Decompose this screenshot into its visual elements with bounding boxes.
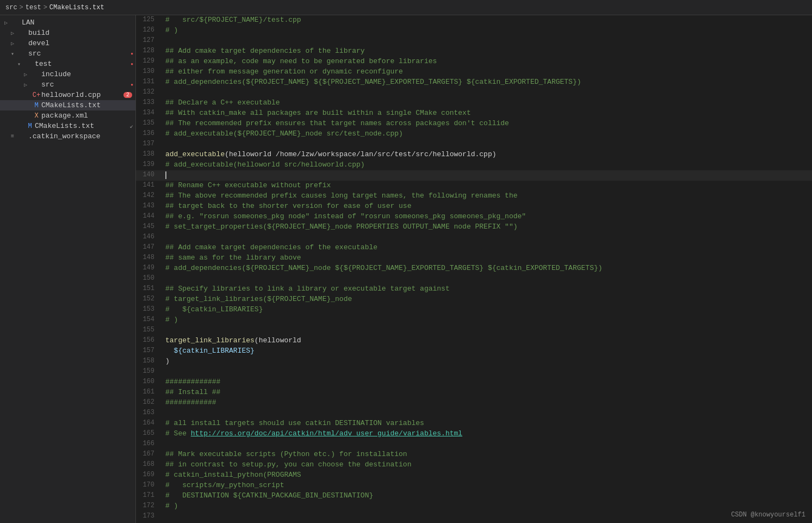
line-content[interactable]: # add_dependencies(${PROJECT_NAME} ${${P…: [163, 77, 812, 88]
sidebar-item-package[interactable]: X package.xml: [0, 110, 135, 121]
line-number: 150: [136, 274, 163, 284]
line-content[interactable]: ## in contrast to setup.py, you can choo…: [163, 460, 812, 470]
breadcrumb-test[interactable]: test: [26, 4, 41, 11]
sidebar-label: .catkin_workspace: [28, 132, 135, 140]
sidebar-label: CMakeLists.txt: [35, 122, 129, 130]
table-row: 156target_link_libraries(helloworld: [136, 336, 812, 346]
code-token: target_link_libraries: [165, 336, 255, 344]
sidebar-label: package.xml: [41, 112, 135, 120]
line-number: 139: [136, 160, 163, 170]
sidebar-item-devel[interactable]: ▷ devel: [0, 38, 135, 48]
line-content[interactable]: [163, 274, 812, 284]
table-row: 126# ): [136, 26, 812, 36]
line-content[interactable]: [163, 325, 812, 336]
line-number: 132: [136, 88, 163, 98]
cmake-icon: M: [32, 102, 41, 109]
line-content[interactable]: # ): [163, 26, 812, 36]
line-content[interactable]: ## Add cmake target dependencies of the …: [163, 243, 812, 253]
line-number: 145: [136, 222, 163, 232]
code-token: ## With catkin_make all packages are bui…: [165, 109, 471, 117]
line-content[interactable]: # add_executable(${PROJECT_NAME}_node sr…: [163, 129, 812, 139]
table-row: 151## Specify libraries to link a librar…: [136, 284, 812, 294]
line-number: 149: [136, 263, 163, 274]
line-number: 171: [136, 491, 163, 501]
line-content[interactable]: ## With catkin_make all packages are bui…: [163, 108, 812, 119]
table-row: 133## Declare a C++ executable: [136, 98, 812, 108]
sidebar-item-cmakelists[interactable]: M CMakeLists.txt: [0, 100, 135, 110]
line-content[interactable]: [163, 36, 812, 46]
table-row: 137: [136, 139, 812, 150]
code-area[interactable]: 125# src/${PROJECT_NAME}/test.cpp126# )1…: [136, 15, 812, 523]
sidebar-item-include[interactable]: ▷ include: [0, 69, 135, 79]
line-content[interactable]: # set_target_properties(${PROJECT_NAME}_…: [163, 222, 812, 232]
line-number: 152: [136, 294, 163, 305]
line-content[interactable]: ############: [163, 398, 812, 408]
table-row: 168## in contrast to setup.py, you can c…: [136, 460, 812, 470]
line-content[interactable]: ## The recommended prefix ensures that t…: [163, 119, 812, 129]
line-content[interactable]: target_link_libraries(helloworld: [163, 336, 812, 346]
code-token: ## same as for the library above: [165, 254, 301, 262]
line-content[interactable]: [163, 139, 812, 150]
line-content[interactable]: ## as an example, code may need to be ge…: [163, 57, 812, 67]
line-content[interactable]: [163, 232, 812, 243]
code-token: # add_dependencies(${PROJECT_NAME}_node …: [165, 264, 603, 272]
line-content[interactable]: # ): [163, 315, 812, 325]
line-content[interactable]: # ${catkin_LIBRARIES}: [163, 305, 812, 315]
sidebar-item-src[interactable]: ▾ src●: [0, 48, 135, 59]
line-content[interactable]: ## target back to the shorter version fo…: [163, 201, 812, 212]
line-content[interactable]: ## Mark executable scripts (Python etc.)…: [163, 450, 812, 460]
breadcrumb: src > test > CMakeLists.txt: [0, 0, 812, 15]
line-content[interactable]: [163, 170, 812, 181]
line-content[interactable]: # src/${PROJECT_NAME}/test.cpp: [163, 15, 812, 26]
sidebar-item-src2[interactable]: ▷ src●: [0, 79, 135, 90]
line-content[interactable]: # catkin_install_python(PROGRAMS: [163, 470, 812, 481]
line-content[interactable]: ## Rename C++ executable without prefix: [163, 181, 812, 191]
line-content[interactable]: [163, 408, 812, 419]
sidebar-item-helloworld[interactable]: C+helloworld.cpp2: [0, 90, 135, 100]
line-number: 134: [136, 108, 163, 119]
line-content[interactable]: ## Install ##: [163, 387, 812, 398]
line-content[interactable]: # add_dependencies(${PROJECT_NAME}_node …: [163, 263, 812, 274]
line-content[interactable]: ## Specify libraries to link a library o…: [163, 284, 812, 294]
line-number: 133: [136, 98, 163, 108]
sidebar[interactable]: ▷ LAN▷ build▷ devel▾ src●▾ test●▷ includ…: [0, 15, 136, 523]
line-content[interactable]: [163, 439, 812, 450]
line-content[interactable]: ): [163, 356, 812, 367]
line-content[interactable]: ## Add cmake target dependencies of the …: [163, 46, 812, 57]
table-row: 161## Install ##: [136, 387, 812, 398]
sidebar-item-lan[interactable]: ▷ LAN: [0, 17, 135, 28]
line-content[interactable]: [163, 512, 812, 522]
code-token: ## Specify libraries to link a library o…: [165, 285, 450, 293]
line-number: 163: [136, 408, 163, 419]
breadcrumb-src[interactable]: src: [5, 4, 17, 11]
line-content[interactable]: ## The above recommended prefix causes l…: [163, 191, 812, 201]
sidebar-item-test[interactable]: ▾ test●: [0, 59, 135, 69]
line-content[interactable]: ## same as for the library above: [163, 253, 812, 263]
line-content[interactable]: # scripts/my_python_script: [163, 481, 812, 491]
line-content[interactable]: ## Declare a C++ executable: [163, 98, 812, 108]
line-content[interactable]: # See http://ros.org/doc/api/catkin/html…: [163, 429, 812, 439]
line-content[interactable]: add_executable(helloworld /home/lzw/work…: [163, 150, 812, 160]
table-row: 138add_executable(helloworld /home/lzw/w…: [136, 150, 812, 160]
sidebar-item-build[interactable]: ▷ build: [0, 28, 135, 38]
line-content[interactable]: # ): [163, 501, 812, 512]
line-content[interactable]: ## either from message generation or dyn…: [163, 67, 812, 77]
line-content[interactable]: ${catkin_LIBRARIES}: [163, 346, 812, 356]
line-content[interactable]: #############: [163, 377, 812, 387]
sidebar-item-cmakelists2[interactable]: M CMakeLists.txt↙: [0, 121, 135, 131]
line-number: 141: [136, 181, 163, 191]
line-content[interactable]: ## e.g. "rosrun someones_pkg node" inste…: [163, 212, 812, 222]
sidebar-expand-icon: ▷: [11, 30, 18, 36]
sidebar-label: test: [35, 60, 131, 68]
line-content[interactable]: # all install targets should use catkin …: [163, 419, 812, 429]
code-token: # add_dependencies(${PROJECT_NAME} ${${P…: [165, 78, 581, 86]
line-content[interactable]: # add_executable(helloworld src/hellowor…: [163, 160, 812, 170]
sidebar-item-catkin[interactable]: ≡ .catkin_workspace: [0, 131, 135, 141]
line-content[interactable]: [163, 367, 812, 377]
code-token: # set_target_properties(${PROJECT_NAME}_…: [165, 223, 518, 231]
line-content[interactable]: [163, 88, 812, 98]
table-row: 129## as an example, code may need to be…: [136, 57, 812, 67]
line-content[interactable]: # DESTINATION ${CATKIN_PACKAGE_BIN_DESTI…: [163, 491, 812, 501]
code-token: http://ros.org/doc/api/catkin/html/adv_u…: [191, 429, 462, 438]
line-content[interactable]: # target_link_libraries(${PROJECT_NAME}_…: [163, 294, 812, 305]
